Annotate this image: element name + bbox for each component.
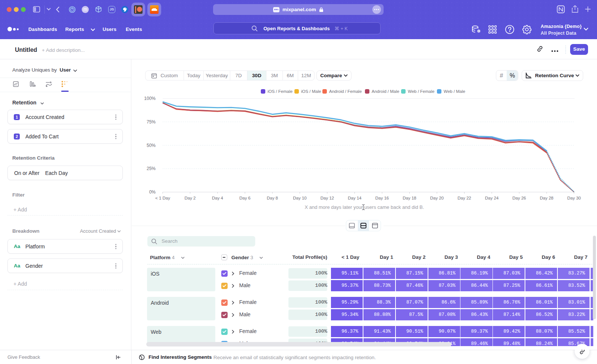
svg-text:Day 16: Day 16 bbox=[375, 196, 389, 200]
svg-text:0%: 0% bbox=[149, 189, 156, 195]
svg-text:< 1 Day: < 1 Day bbox=[155, 196, 170, 200]
svg-text:Day 8: Day 8 bbox=[267, 196, 278, 200]
svg-text:Day 30: Day 30 bbox=[567, 196, 581, 200]
svg-text:Day 14: Day 14 bbox=[348, 196, 362, 200]
svg-text:Day 26: Day 26 bbox=[512, 196, 526, 200]
svg-text:Day 28: Day 28 bbox=[540, 196, 553, 200]
svg-text:Day 6: Day 6 bbox=[239, 196, 250, 200]
svg-text:Day 2: Day 2 bbox=[184, 196, 196, 200]
svg-text:Day 22: Day 22 bbox=[457, 196, 471, 200]
svg-text:Day 4: Day 4 bbox=[212, 196, 224, 200]
svg-text:Day 12: Day 12 bbox=[321, 196, 334, 200]
svg-text:Day 24: Day 24 bbox=[485, 196, 499, 200]
svg-text:75%: 75% bbox=[147, 119, 156, 125]
svg-text:25%: 25% bbox=[147, 166, 156, 171]
svg-text:100%: 100% bbox=[144, 96, 156, 101]
svg-text:Day 20: Day 20 bbox=[430, 196, 444, 200]
svg-text:Day 18: Day 18 bbox=[403, 196, 416, 200]
svg-text:Day 10: Day 10 bbox=[293, 196, 306, 200]
svg-text:50%: 50% bbox=[147, 143, 156, 148]
